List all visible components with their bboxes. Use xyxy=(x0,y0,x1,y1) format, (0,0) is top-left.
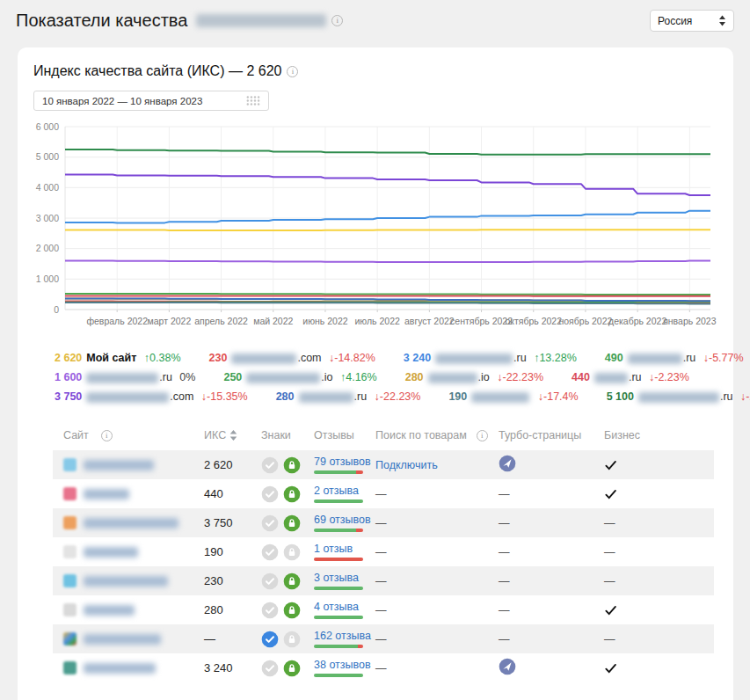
turbo-pages-icon xyxy=(499,463,516,475)
legend-change: ↓-2.86% xyxy=(740,390,750,403)
site-cell[interactable] xyxy=(53,545,202,558)
site-cell[interactable] xyxy=(53,632,202,645)
business-cell xyxy=(602,604,714,616)
turbo-pages-icon xyxy=(499,666,516,678)
site-cell[interactable] xyxy=(53,516,202,529)
dash: — xyxy=(375,604,387,616)
site-name-blurred xyxy=(84,663,156,674)
business-check-icon xyxy=(604,488,714,500)
chart-svg: 01 0002 0003 0004 0005 0006 000февраль 2… xyxy=(33,120,716,341)
iks-value: 280 xyxy=(202,603,259,616)
verified-check-badge-icon xyxy=(261,631,279,648)
reviews-link[interactable]: 4 отзыва xyxy=(314,601,359,613)
svg-text:июль 2022: июль 2022 xyxy=(354,316,400,326)
turbo-cell: — xyxy=(497,604,602,616)
iks-info-icon[interactable]: i xyxy=(287,66,298,77)
iks-value: 3 750 xyxy=(202,516,259,529)
legend-item[interactable]: 230.com ↓-14.82% xyxy=(209,348,375,368)
legend-item[interactable]: 3 750.com ↓-15.35% xyxy=(55,387,248,406)
legend-item[interactable]: 190 ↓-17.4% xyxy=(448,387,578,406)
date-range-picker[interactable]: 10 января 2022 — 10 января 2023 xyxy=(33,91,269,111)
legend-item[interactable]: 440.ru ↓-2.23% xyxy=(572,368,689,387)
badges-cell xyxy=(259,456,312,474)
legend-item[interactable]: 5 100.ru ↓-2.86% xyxy=(607,387,750,406)
legend-item[interactable]: 250.io ↑4.16% xyxy=(223,368,376,387)
region-select[interactable]: Россия xyxy=(650,10,734,32)
reviews-cell: 79 отзывов xyxy=(312,456,374,474)
legend-item[interactable]: 2 620Мой сайт ↑0.38% xyxy=(55,348,181,368)
https-lock-badge-icon xyxy=(283,514,301,532)
page-title: Показатели качества xyxy=(16,11,187,31)
turbo-cell xyxy=(497,455,602,475)
svg-text:март 2022: март 2022 xyxy=(148,316,192,326)
svg-text:апрель 2022: апрель 2022 xyxy=(194,316,248,326)
turbo-cell: — xyxy=(497,633,602,645)
dash: — xyxy=(499,517,510,529)
table-header-iks[interactable]: ИКС xyxy=(202,429,259,441)
site-favicon xyxy=(63,574,76,587)
site-col-info-icon[interactable]: i xyxy=(101,430,113,441)
table-header-row: Сайтi ИКС Знаки Отзывы Поиск по товарамi… xyxy=(53,420,714,450)
products-col-info-icon[interactable]: i xyxy=(477,430,488,441)
site-favicon xyxy=(63,487,76,500)
reviews-link[interactable]: 2 отзыва xyxy=(314,485,359,497)
legend-site-blurred xyxy=(299,392,353,403)
legend-site-suffix: .io xyxy=(478,371,490,383)
site-cell[interactable] xyxy=(53,574,202,587)
reviews-link[interactable]: 38 отзывов xyxy=(314,659,371,671)
legend-site-suffix: .com xyxy=(297,352,321,364)
site-cell[interactable] xyxy=(53,661,202,674)
legend-item[interactable]: 280.ru ↓-22.23% xyxy=(276,387,421,406)
badges-cell xyxy=(259,602,312,619)
legend-item[interactable]: 1 600.ru 0% xyxy=(55,368,195,387)
products-cell: — xyxy=(374,546,497,558)
reviews-cell: 3 отзыва xyxy=(312,572,374,590)
dash: — xyxy=(375,662,387,674)
dash: — xyxy=(499,633,510,645)
calendar-icon[interactable] xyxy=(246,96,260,106)
reviews-link[interactable]: 1 отзыв xyxy=(314,543,353,555)
badges-cell xyxy=(259,572,312,590)
badges-cell xyxy=(259,514,312,532)
reviews-link[interactable]: 79 отзывов xyxy=(314,456,371,468)
legend-item[interactable]: 3 240.ru ↑13.28% xyxy=(404,348,577,368)
dash: — xyxy=(375,517,387,529)
legend-site-blurred xyxy=(231,354,296,364)
legend-item[interactable]: 490.ru ↓-5.77% xyxy=(605,348,744,368)
legend-site-blurred xyxy=(428,373,477,383)
site-info-icon[interactable]: i xyxy=(331,15,343,26)
connect-products-link[interactable]: Подключить xyxy=(375,459,438,471)
svg-text:февраль 2022: февраль 2022 xyxy=(86,316,148,326)
verified-check-badge-icon xyxy=(261,572,279,590)
sort-icon[interactable] xyxy=(229,430,237,441)
svg-text:1 000: 1 000 xyxy=(36,273,59,284)
business-cell xyxy=(602,459,714,471)
site-cell[interactable] xyxy=(53,487,202,500)
turbo-cell xyxy=(497,658,602,678)
business-check-icon xyxy=(604,604,714,616)
reviews-cell: 4 отзыва xyxy=(312,601,374,619)
legend-row: 1 600.ru 0%250.io ↑4.16%280.io ↓-22.23%4… xyxy=(55,368,717,387)
reviews-link[interactable]: 162 отзыва xyxy=(314,630,371,642)
svg-text:май 2022: май 2022 xyxy=(253,316,293,326)
table-header-turbo: Турбо-страницы xyxy=(497,429,602,441)
legend-item[interactable]: 280.io ↓-22.23% xyxy=(405,368,543,387)
site-cell[interactable] xyxy=(53,458,202,471)
business-cell: — xyxy=(602,546,714,558)
legend-site-suffix: .com xyxy=(170,390,193,403)
site-cell[interactable] xyxy=(53,603,202,616)
legend-site-suffix: .io xyxy=(321,371,332,383)
svg-text:июнь 2022: июнь 2022 xyxy=(302,316,347,326)
iks-value: 3 240 xyxy=(202,661,259,674)
legend-value: 230 xyxy=(209,352,228,364)
reviews-link[interactable]: 69 отзывов xyxy=(314,514,371,526)
reviews-link[interactable]: 3 отзыва xyxy=(314,572,359,584)
region-select-value: Россия xyxy=(658,15,692,27)
legend-change: ↑4.16% xyxy=(340,371,377,383)
reviews-cell: 1 отзыв xyxy=(312,543,374,561)
table-header-business: Бизнес xyxy=(602,429,714,441)
table-row: 3 240 38 отзывов — xyxy=(53,653,714,682)
legend-change: ↑0.38% xyxy=(144,352,181,364)
site-favicon xyxy=(63,545,76,558)
svg-text:октябрь 2022: октябрь 2022 xyxy=(505,316,562,326)
